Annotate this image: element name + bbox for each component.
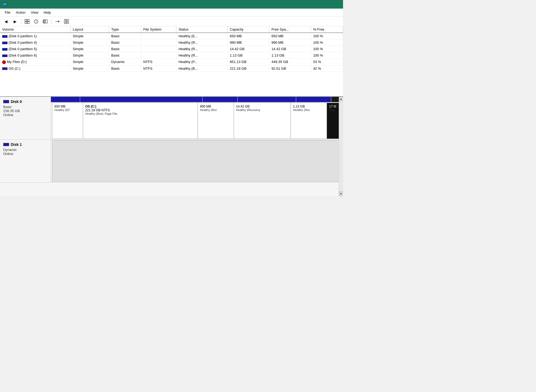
table-row[interactable]: OS (C:) Simple Basic NTFS Healthy (B... …: [0, 65, 343, 72]
colorbar-seg-2: [203, 97, 238, 102]
forward-button[interactable]: ▶: [11, 18, 19, 25]
disk-name-1: Disk 1: [3, 142, 47, 147]
cell-filesystem: [141, 52, 176, 59]
col-percentfree[interactable]: % Free: [311, 26, 343, 33]
cell-freespace: 449.35 GB: [269, 59, 311, 65]
table-row[interactable]: (Disk 0 partition 4) Simple Basic Health…: [0, 39, 343, 46]
app-icon: [2, 2, 8, 7]
cell-layout: Simple: [70, 46, 109, 52]
cell-status: Healthy (P...: [176, 59, 228, 65]
cell-status: Healthy (E...: [176, 33, 228, 39]
minimize-button[interactable]: [303, 0, 315, 9]
help-button[interactable]: ?: [32, 18, 40, 25]
col-filesystem[interactable]: File System: [141, 26, 176, 33]
col-freespace[interactable]: Free Spa...: [269, 26, 311, 33]
cell-status: Healthy (R...: [176, 52, 228, 59]
table-header-row: Volume Layout Type File System Status Ca…: [0, 26, 343, 33]
cell-status: Healthy (R...: [176, 39, 228, 46]
scroll-down-button[interactable]: ▼: [339, 192, 343, 196]
extend-button[interactable]: [41, 18, 50, 25]
cell-layout: Simple: [70, 59, 109, 65]
col-volume[interactable]: Volume: [0, 26, 70, 33]
colorbar-seg-0: [51, 97, 80, 102]
disk-panel-scrollbar[interactable]: ▲ ▼: [339, 97, 343, 196]
cell-volume: (Disk 0 partition 4): [0, 39, 70, 46]
partition-cell-0-3[interactable]: 14.42 GB Healthy (Recovery: [234, 103, 291, 139]
menu-file[interactable]: File: [2, 9, 13, 16]
disk-partitions-1: [51, 140, 343, 182]
partition-cell-0-1[interactable]: OS (C:) 221.18 GB NTFS Healthy (Boot, Pa…: [83, 103, 198, 139]
part-size-0-3: 14.42 GB: [236, 105, 289, 108]
svg-rect-6: [25, 22, 27, 24]
cell-freespace: 990 MB: [269, 39, 311, 46]
menu-view[interactable]: View: [28, 9, 41, 16]
part-size-0-5: 17 M: [329, 105, 340, 108]
window-controls: [303, 0, 341, 9]
cell-type: Basic: [109, 52, 141, 59]
connect-button[interactable]: [53, 18, 62, 25]
col-capacity[interactable]: Capacity: [228, 26, 269, 33]
svg-rect-16: [65, 21, 68, 22]
table-row[interactable]: (Disk 0 partition 6) Simple Basic Health…: [0, 52, 343, 59]
cell-percentfree: 100 %: [311, 39, 343, 46]
disk-label-1: Disk 1 Dynamic Online: [0, 140, 51, 182]
close-button[interactable]: [329, 0, 341, 9]
menu-action[interactable]: Action: [13, 9, 28, 16]
cell-type: Basic: [109, 39, 141, 46]
col-layout[interactable]: Layout: [70, 26, 109, 33]
disk-type-0: Basic: [3, 105, 47, 109]
cell-status: Healthy (B...: [176, 65, 228, 72]
cell-filesystem: NTFS: [141, 65, 176, 72]
svg-rect-7: [27, 22, 29, 24]
cell-percentfree: 100 %: [311, 46, 343, 52]
menu-help[interactable]: Help: [41, 9, 54, 16]
col-type[interactable]: Type: [109, 26, 141, 33]
disk-row-0: Disk 0 Basic 238.35 GB Online 650 MB Hea…: [0, 97, 343, 140]
cell-filesystem: [141, 39, 176, 46]
cell-layout: Simple: [70, 52, 109, 59]
colorbar-0: [51, 97, 343, 102]
back-button[interactable]: ◀: [2, 18, 10, 25]
cell-capacity: 1.13 GB: [228, 52, 269, 59]
scroll-up-button[interactable]: ▲: [339, 97, 343, 101]
cell-capacity: 990 MB: [228, 39, 269, 46]
disk-table-area[interactable]: Volume Layout Type File System Status Ca…: [0, 26, 343, 97]
cell-percentfree: 53 %: [311, 59, 343, 65]
part-status-0-4: Healthy (Rec: [293, 108, 324, 112]
table-row[interactable]: (Disk 0 partition 5) Simple Basic Health…: [0, 46, 343, 52]
part-status-0-0: Healthy (EF: [54, 108, 81, 112]
partition-cell-0-2[interactable]: 990 MB Healthy (Rec: [198, 103, 234, 139]
table-row[interactable]: My Files (D:) Simple Dynamic NTFS Health…: [0, 59, 343, 65]
disk-status-1: Online: [3, 152, 47, 156]
disk-status-0: Online: [3, 113, 47, 117]
part-size-0-1: 221.18 GB NTFS: [85, 108, 195, 112]
part-status-0-1: Healthy (Boot, Page File,: [85, 112, 195, 115]
part-size-0-2: 990 MB: [200, 105, 231, 108]
cell-layout: Simple: [70, 65, 109, 72]
partition-cell-0-0[interactable]: 650 MB Healthy (EF: [52, 103, 83, 139]
maximize-button[interactable]: [316, 0, 328, 9]
volume-properties-button[interactable]: [23, 18, 31, 25]
part-status-0-2: Healthy (Rec: [200, 108, 231, 112]
disk-panel: Disk 0 Basic 238.35 GB Online 650 MB Hea…: [0, 97, 343, 196]
partition-cell-0-4[interactable]: 1.13 GB Healthy (Rec: [291, 103, 327, 139]
disk-size-0: 238.35 GB: [3, 109, 47, 113]
part-status-0-3: Healthy (Recovery: [236, 108, 289, 112]
cell-filesystem: [141, 46, 176, 52]
svg-rect-11: [43, 20, 45, 23]
cell-type: Dynamic: [109, 59, 141, 65]
cell-capacity: 14.42 GB: [228, 46, 269, 52]
colorbar-seg-4: [296, 97, 331, 102]
disk-table-body: (Disk 0 partition 1) Simple Basic Health…: [0, 33, 343, 72]
rescan-button[interactable]: [62, 18, 71, 25]
cell-capacity: 650 MB: [228, 33, 269, 39]
cell-percentfree: 42 %: [311, 65, 343, 72]
col-status[interactable]: Status: [176, 26, 228, 33]
cell-status: Healthy (R...: [176, 46, 228, 52]
cell-capacity: 221.18 GB: [228, 65, 269, 72]
colorbar-seg-1: [80, 97, 202, 102]
scroll-track: [339, 101, 343, 192]
colorbar-seg-3: [238, 97, 296, 102]
table-row[interactable]: (Disk 0 partition 1) Simple Basic Health…: [0, 33, 343, 39]
cell-freespace: 92.51 GB: [269, 65, 311, 72]
